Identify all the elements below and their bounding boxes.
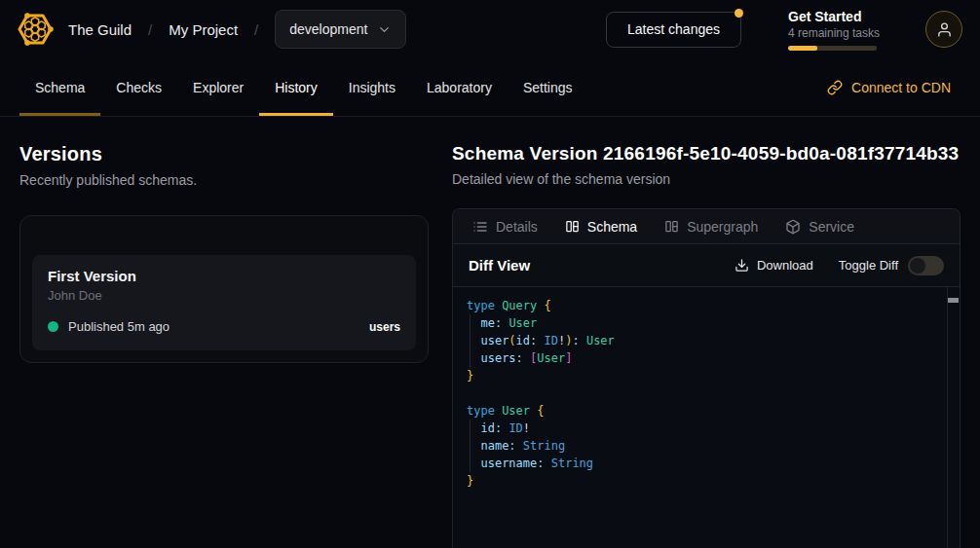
- panels-icon: [664, 219, 679, 234]
- scrollbar-thumb[interactable]: [948, 298, 959, 303]
- code-line: name: String: [467, 437, 940, 455]
- nav-tab-explorer[interactable]: Explorer: [177, 58, 259, 116]
- nav-tab-settings[interactable]: Settings: [508, 58, 588, 116]
- indent-guide: [470, 420, 471, 472]
- detail-tab-details[interactable]: Details: [472, 219, 538, 235]
- breadcrumb-separator: /: [254, 21, 258, 38]
- detail-tab-service[interactable]: Service: [785, 219, 854, 235]
- target-selector-dropdown[interactable]: development: [275, 10, 406, 49]
- versions-section: Versions Recently published schemas. Fir…: [19, 117, 429, 548]
- diff-view-title: Diff View: [469, 257, 530, 274]
- nav-tab-history[interactable]: History: [259, 58, 333, 116]
- code-line: }: [467, 367, 940, 384]
- nav-tab-schema[interactable]: Schema: [19, 58, 100, 116]
- connect-to-cdn-link[interactable]: Connect to CDN: [827, 58, 951, 116]
- detail-tab-label: Service: [809, 219, 854, 235]
- latest-changes-label: Latest changes: [627, 21, 720, 37]
- code-line: type User {: [467, 402, 940, 420]
- diff-view-actions: Download Toggle Diff: [735, 256, 944, 275]
- scrollbar-track: [947, 287, 960, 548]
- code-line: id: ID!: [467, 420, 940, 437]
- nav-tab-insights[interactable]: Insights: [333, 58, 411, 116]
- box-icon: [785, 219, 801, 235]
- switch-knob: [910, 258, 925, 274]
- code-line: username: String: [467, 455, 940, 472]
- breadcrumb-separator: /: [148, 21, 152, 38]
- download-icon: [735, 258, 749, 273]
- download-button[interactable]: Download: [735, 258, 813, 273]
- latest-changes-button[interactable]: Latest changes: [606, 12, 741, 48]
- code-line: [467, 384, 940, 402]
- breadcrumb-project[interactable]: My Project: [169, 21, 238, 38]
- version-author: John Doe: [48, 288, 400, 303]
- nav-tab-laboratory[interactable]: Laboratory: [411, 58, 508, 116]
- user-avatar-icon: [936, 21, 953, 38]
- connect-to-cdn-label: Connect to CDN: [851, 80, 951, 95]
- toggle-diff-switch[interactable]: [908, 256, 944, 275]
- user-menu-button[interactable]: [925, 11, 962, 48]
- toggle-diff-group: Toggle Diff: [839, 256, 944, 275]
- code-line: }: [467, 472, 940, 490]
- top-bar-right: Latest changes Get Started 4 remaining t…: [606, 9, 962, 51]
- indent-guide: [470, 314, 471, 367]
- link-icon: [827, 80, 843, 95]
- detail-tab-schema[interactable]: Schema: [565, 219, 637, 235]
- code-line: user(id: ID!): User: [467, 332, 940, 349]
- version-list-item[interactable]: First Version John Doe Published 5m ago …: [32, 255, 416, 350]
- detail-tab-supergraph[interactable]: Supergraph: [664, 219, 758, 235]
- code-line: me: User: [467, 314, 940, 332]
- version-detail-section: Schema Version 2166196f-5e10-4059-bd0a-0…: [452, 117, 961, 548]
- version-detail-title: Schema Version 2166196f-5e10-4059-bd0a-0…: [452, 143, 961, 164]
- target-selector-value: development: [289, 21, 367, 37]
- nav-tab-checks[interactable]: Checks: [100, 58, 177, 116]
- versions-list-card: First Version John Doe Published 5m ago …: [19, 215, 429, 363]
- code-line: users: [User]: [467, 349, 940, 367]
- list-icon: [472, 219, 488, 235]
- progress-fill: [788, 46, 817, 51]
- breadcrumb-org[interactable]: The Guild: [68, 21, 132, 38]
- published-status-dot: [48, 321, 58, 332]
- versions-subtitle: Recently published schemas.: [19, 172, 429, 188]
- version-name: First Version: [48, 268, 400, 284]
- download-label: Download: [757, 258, 813, 273]
- app: The Guild / My Project / development Lat…: [0, 0, 980, 548]
- code-line: type Query {: [467, 297, 940, 314]
- get-started-title: Get Started: [788, 9, 877, 24]
- version-detail-subtitle: Detailed view of the schema version: [452, 171, 961, 187]
- diff-view-header: Diff View Download Toggle Diff: [453, 244, 960, 287]
- code-block: type Query { me: User user(id: ID!): Use…: [467, 297, 940, 490]
- main-nav: Schema Checks Explorer History Insights …: [0, 58, 980, 117]
- version-service-badge: users: [369, 320, 400, 334]
- detail-tab-bar: Details Schema Supergraph: [453, 209, 960, 244]
- get-started-subtitle: 4 remaining tasks: [788, 26, 877, 40]
- version-detail-panel: Details Schema Supergraph: [452, 208, 961, 548]
- detail-tab-label: Details: [496, 219, 538, 235]
- schema-code-viewer: type Query { me: User user(id: ID!): Use…: [453, 287, 960, 548]
- versions-title: Versions: [19, 143, 429, 165]
- detail-tab-label: Schema: [587, 219, 637, 235]
- get-started-progress: [788, 46, 877, 51]
- main-content: Versions Recently published schemas. Fir…: [0, 117, 980, 548]
- version-status: Published 5m ago: [68, 319, 170, 334]
- panels-icon: [565, 219, 580, 234]
- get-started-widget[interactable]: Get Started 4 remaining tasks: [788, 9, 877, 51]
- toggle-diff-label: Toggle Diff: [839, 258, 898, 273]
- hive-logo-icon[interactable]: [14, 8, 57, 51]
- version-meta-row: Published 5m ago users: [48, 319, 400, 334]
- top-bar: The Guild / My Project / development Lat…: [0, 0, 980, 58]
- notification-dot: [735, 9, 743, 18]
- detail-tab-label: Supergraph: [687, 219, 758, 235]
- chevron-down-icon: [377, 22, 392, 37]
